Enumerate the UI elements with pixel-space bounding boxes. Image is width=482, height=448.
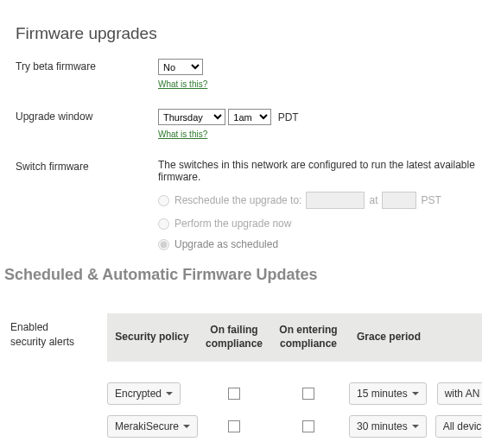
caret-down-icon xyxy=(412,392,419,395)
policy-dropdown[interactable]: Encrypted xyxy=(107,382,181,405)
reschedule-radio xyxy=(158,195,169,206)
policy-value: Encrypted xyxy=(115,388,162,400)
grace-value: 30 minutes xyxy=(357,420,408,432)
th-grace: Grace period xyxy=(346,331,432,344)
perform-now-radio xyxy=(158,218,169,230)
reschedule-date-input xyxy=(306,192,365,209)
reschedule-label: Reschedule the upgrade to: xyxy=(174,194,301,206)
fail-checkbox[interactable] xyxy=(228,388,240,400)
reschedule-time-input xyxy=(382,192,416,209)
table-row: Encrypted 15 minutes with AN xyxy=(107,377,482,410)
window-label: Upgrade window xyxy=(16,109,158,123)
beta-row: Try beta firmware No What is this? xyxy=(16,59,482,90)
policy-dropdown[interactable]: MerakiSecure xyxy=(107,415,198,438)
with-value: with AN xyxy=(445,388,480,400)
section-updates-title: Scheduled & Automatic Firmware Updates xyxy=(4,266,482,284)
table-header-row: Security policy On failing compliance On… xyxy=(107,313,482,362)
th-policy: Security policy xyxy=(107,331,197,344)
caret-down-icon xyxy=(412,425,419,428)
grace-value: 15 minutes xyxy=(357,388,408,400)
alerts-label: Enabled security alerts xyxy=(10,313,107,448)
scheduled-radio xyxy=(158,239,169,250)
alerts-table: Security policy On failing compliance On… xyxy=(107,313,482,448)
beta-help-link[interactable]: What is this? xyxy=(158,79,207,89)
fail-checkbox[interactable] xyxy=(228,420,240,432)
reschedule-tz: PST xyxy=(421,194,441,206)
table-row: MerakiSecure 30 minutes All devic xyxy=(107,410,482,443)
with-dropdown[interactable]: All devic xyxy=(435,415,482,438)
grace-dropdown[interactable]: 15 minutes xyxy=(349,382,427,405)
switch-controls: The switches in this network are configu… xyxy=(158,159,482,259)
window-tz: PDT xyxy=(278,111,299,123)
beta-label: Try beta firmware xyxy=(16,59,158,73)
window-hour-select[interactable]: 1am xyxy=(228,109,271,125)
window-controls: Thursday 1am PDT What is this? xyxy=(158,109,482,140)
grace-dropdown[interactable]: 30 minutes xyxy=(349,415,427,438)
with-value: All devic xyxy=(443,420,482,432)
window-day-select[interactable]: Thursday xyxy=(158,109,225,125)
th-fail: On failing compliance xyxy=(197,324,271,350)
page-title: Firmware upgrades xyxy=(16,24,482,43)
alerts-label-line2: security alerts xyxy=(10,336,74,348)
policy-value: MerakiSecure xyxy=(115,420,179,432)
caret-down-icon xyxy=(166,392,173,395)
window-help-link[interactable]: What is this? xyxy=(158,129,207,139)
reschedule-option: Reschedule the upgrade to: at PST xyxy=(158,192,482,209)
enter-checkbox[interactable] xyxy=(302,388,314,400)
firmware-form: Try beta firmware No What is this? Upgra… xyxy=(16,59,482,259)
beta-controls: No What is this? xyxy=(158,59,482,90)
scheduled-option: Upgrade as scheduled xyxy=(158,238,482,250)
th-enter: On entering compliance xyxy=(271,324,346,350)
alerts-block: Enabled security alerts Security policy … xyxy=(10,313,482,448)
perform-now-label: Perform the upgrade now xyxy=(174,218,291,230)
reschedule-at-text: at xyxy=(369,194,377,206)
switch-info-text: The switches in this network are configu… xyxy=(158,159,482,183)
enter-checkbox[interactable] xyxy=(302,420,314,432)
scheduled-label: Upgrade as scheduled xyxy=(174,238,278,250)
alerts-label-line1: Enabled xyxy=(10,321,48,333)
perform-now-option: Perform the upgrade now xyxy=(158,218,482,230)
window-row: Upgrade window Thursday 1am PDT What is … xyxy=(16,109,482,140)
switch-row: Switch firmware The switches in this net… xyxy=(16,159,482,259)
caret-down-icon xyxy=(183,425,190,428)
beta-select[interactable]: No xyxy=(158,59,203,75)
switch-label: Switch firmware xyxy=(16,159,158,173)
with-dropdown[interactable]: with AN xyxy=(437,382,482,405)
